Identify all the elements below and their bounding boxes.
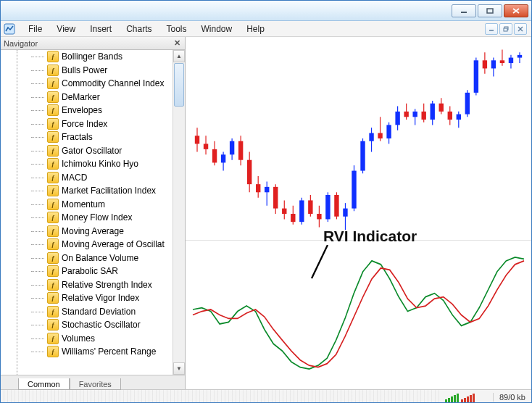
- statusbar: 89/0 kb: [1, 389, 531, 403]
- indicator-label: Market Facilitation Index: [62, 186, 156, 196]
- annotation-label: RVI Indicator: [323, 228, 417, 245]
- indicator-item[interactable]: fOn Balance Volume: [27, 252, 185, 265]
- svg-rect-47: [352, 171, 356, 209]
- svg-rect-55: [386, 125, 391, 138]
- svg-rect-31: [282, 209, 286, 214]
- svg-rect-1: [487, 9, 493, 13]
- svg-rect-94: [467, 396, 469, 402]
- indicator-item[interactable]: fMoving Average: [27, 225, 185, 238]
- svg-rect-25: [256, 184, 260, 192]
- indicator-item[interactable]: fVolumes: [27, 332, 185, 346]
- svg-line-86: [312, 245, 328, 278]
- indicator-item[interactable]: fEnvelopes: [27, 104, 185, 117]
- indicator-label: Standard Deviation: [62, 307, 136, 317]
- svg-rect-75: [474, 60, 478, 93]
- indicator-label: Bulls Power: [62, 65, 107, 75]
- svg-rect-65: [431, 104, 435, 120]
- scroll-down-arrow[interactable]: ▼: [173, 362, 185, 375]
- indicator-label: MACD: [62, 173, 87, 183]
- svg-rect-39: [317, 214, 321, 219]
- svg-rect-57: [395, 112, 399, 125]
- window-minimize-button[interactable]: [452, 4, 476, 17]
- indicator-item[interactable]: fFractals: [27, 130, 185, 144]
- indicator-icon: f: [47, 172, 59, 183]
- svg-rect-29: [273, 187, 278, 209]
- rvi-indicator-chart[interactable]: RVI Indicator: [186, 240, 531, 389]
- svg-rect-85: [518, 55, 522, 58]
- indicator-tree[interactable]: fBollinger BandsfBulls PowerfCommodity C…: [27, 50, 185, 375]
- indicator-label: Gator Oscillator: [62, 146, 122, 156]
- navigator-close-button[interactable]: ✕: [172, 38, 182, 49]
- indicator-item[interactable]: fForce Index: [27, 117, 185, 131]
- indicator-item[interactable]: fDeMarker: [27, 91, 185, 104]
- indicator-item[interactable]: fBollinger Bands: [27, 50, 185, 64]
- indicator-icon: f: [47, 131, 59, 143]
- window-close-button[interactable]: [504, 4, 528, 17]
- indicator-icon: f: [47, 104, 59, 116]
- indicator-item[interactable]: fMarket Facilitation Index: [27, 184, 185, 198]
- indicator-item[interactable]: fMoving Average of Oscillat: [27, 238, 185, 252]
- chart-area[interactable]: RVI Indicator: [186, 37, 531, 389]
- indicator-icon: f: [47, 91, 59, 103]
- indicator-label: Williams' Percent Range: [62, 346, 156, 357]
- indicator-label: Ichimoku Kinko Hyo: [62, 159, 138, 169]
- menu-view[interactable]: View: [49, 22, 83, 36]
- indicator-item[interactable]: fStochastic Oscillator: [27, 318, 185, 332]
- menubar: File View Insert Charts Tools Window Hel…: [1, 21, 531, 37]
- svg-rect-61: [412, 112, 417, 117]
- candlestick-chart[interactable]: [186, 37, 531, 240]
- menu-file[interactable]: File: [21, 22, 49, 36]
- scroll-thumb[interactable]: [174, 63, 184, 107]
- menu-help[interactable]: Help: [239, 22, 272, 36]
- menu-charts[interactable]: Charts: [119, 22, 159, 36]
- menu-tools[interactable]: Tools: [159, 22, 194, 36]
- indicator-item[interactable]: fMomentum: [27, 198, 185, 212]
- menu-window[interactable]: Window: [194, 22, 240, 36]
- indicator-item[interactable]: fGator Oscillator: [27, 144, 185, 158]
- scroll-up-arrow[interactable]: ▲: [173, 50, 185, 62]
- indicator-label: Parabolic SAR: [62, 266, 118, 276]
- svg-rect-69: [448, 112, 452, 120]
- menu-insert[interactable]: Insert: [83, 22, 119, 36]
- mdi-minimize-button[interactable]: [485, 23, 498, 35]
- tab-favorites[interactable]: Favorites: [70, 378, 121, 390]
- indicator-item[interactable]: fRelative Strength Index: [27, 278, 185, 292]
- indicator-item[interactable]: fMACD: [27, 171, 185, 185]
- indicator-item[interactable]: fWilliams' Percent Range: [27, 345, 185, 359]
- indicator-item[interactable]: fIchimoku Kinko Hyo: [27, 157, 185, 171]
- svg-rect-96: [473, 394, 475, 402]
- indicator-icon: f: [47, 199, 59, 210]
- indicator-icon: f: [47, 185, 59, 196]
- indicator-icon: f: [47, 306, 59, 317]
- indicator-icon: f: [47, 158, 59, 170]
- navigator-title: Navigator: [4, 39, 38, 48]
- indicator-icon: f: [47, 292, 59, 304]
- svg-rect-41: [325, 195, 330, 219]
- indicator-item[interactable]: fCommodity Channel Index: [27, 77, 185, 91]
- indicator-icon: f: [47, 51, 59, 62]
- indicator-icon: f: [47, 252, 59, 264]
- indicator-label: Force Index: [62, 119, 107, 129]
- indicator-label: Moving Average: [62, 226, 124, 236]
- indicator-item[interactable]: fBulls Power: [27, 64, 185, 78]
- indicator-item[interactable]: fMoney Flow Index: [27, 211, 185, 225]
- svg-rect-88: [448, 398, 450, 402]
- svg-rect-53: [378, 133, 382, 138]
- indicator-icon: f: [47, 238, 59, 250]
- svg-rect-87: [445, 399, 447, 402]
- indicator-label: Money Flow Index: [62, 212, 132, 223]
- svg-rect-79: [491, 60, 496, 68]
- svg-rect-81: [500, 60, 504, 63]
- svg-rect-63: [421, 112, 425, 120]
- window-maximize-button[interactable]: [478, 4, 502, 17]
- mdi-close-button[interactable]: [514, 23, 527, 35]
- navigator-scrollbar[interactable]: ▲ ▼: [173, 50, 185, 375]
- tab-common[interactable]: Common: [18, 378, 70, 390]
- indicator-item[interactable]: fStandard Deviation: [27, 305, 185, 319]
- indicator-item[interactable]: fRelative Vigor Index: [27, 291, 185, 305]
- indicator-label: Stochastic Oscillator: [62, 320, 141, 330]
- svg-rect-90: [454, 395, 456, 402]
- indicator-label: Relative Strength Index: [62, 280, 152, 290]
- mdi-restore-button[interactable]: [499, 23, 512, 35]
- indicator-item[interactable]: fParabolic SAR: [27, 265, 185, 278]
